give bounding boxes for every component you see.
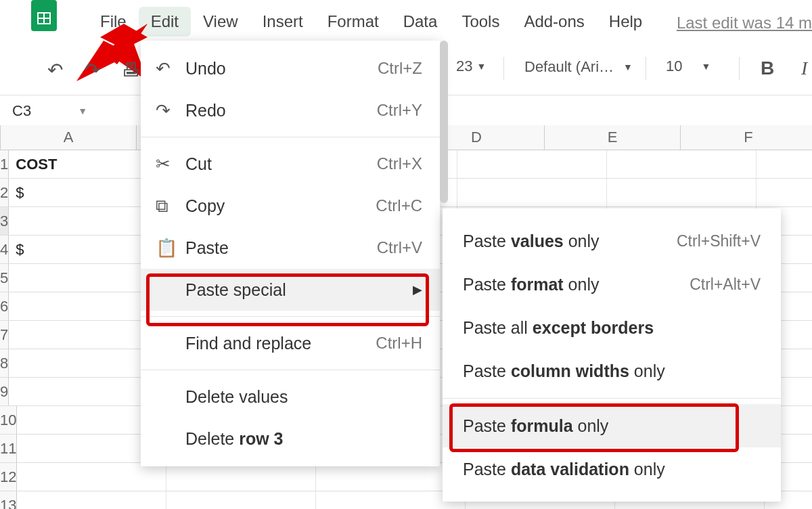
menu-item[interactable]: Delete row 3 [141,418,440,460]
cell[interactable] [9,321,158,349]
menu-item[interactable]: Delete values [141,376,440,418]
name-box[interactable]: C3 ▼ [0,95,97,126]
menu-item[interactable]: ⧉CopyCtrl+C [141,185,440,227]
cell[interactable] [17,491,166,509]
menubar: File Edit View Insert Format Data Tools … [88,7,654,37]
zoom-dropdown[interactable]: 23 ▼ [447,58,495,75]
copy-icon: ⧉ [156,196,185,217]
cell[interactable] [457,179,607,206]
menu-help[interactable]: Help [597,7,654,37]
chevron-down-icon: ▼ [623,62,633,72]
cell[interactable] [607,150,757,178]
row-header[interactable]: 4 [0,236,9,263]
menu-item-label: Delete row 3 [185,429,422,449]
submenu-item-label: Paste column widths only [463,361,761,381]
cell[interactable] [607,179,757,206]
submenu-item-shortcut: Ctrl+Shift+V [677,232,761,250]
menu-item-label: Undo [185,59,378,79]
font-dropdown[interactable]: Default (Ari… ▼ [514,58,643,76]
cell[interactable]: COST [9,150,158,178]
menu-item[interactable]: ↷RedoCtrl+Y [141,89,440,131]
submenu-item[interactable]: Paste format onlyCtrl+Alt+V [443,263,781,306]
cell[interactable] [457,150,607,178]
cut-icon: ✂ [156,154,185,175]
menu-data[interactable]: Data [391,7,450,37]
submenu-item[interactable]: Paste all except borders [443,306,781,349]
cell[interactable] [17,463,166,491]
toolbar-separator [739,57,740,80]
cell[interactable] [9,378,158,405]
redo-icon: ↷ [156,100,185,121]
cell[interactable] [757,150,812,178]
cell[interactable] [9,264,158,292]
submenu-item-label: Paste all except borders [463,318,761,338]
cell[interactable] [9,207,158,235]
menu-format[interactable]: Format [315,7,391,37]
cell[interactable] [166,491,316,509]
row-header[interactable]: 5 [0,264,9,292]
italic-button[interactable]: I [792,58,812,79]
menu-item[interactable]: Paste special▶ [141,269,440,311]
submenu-item-label: Paste values only [463,231,677,251]
chevron-right-icon: ▶ [413,282,422,297]
menu-addons[interactable]: Add-ons [512,7,596,37]
row-header[interactable]: 13 [0,491,17,509]
row-header[interactable]: 1 [0,150,9,178]
chevron-down-icon: ▼ [701,61,710,72]
menu-edit[interactable]: Edit [139,7,191,37]
print-icon[interactable]: 🖶 [122,61,141,80]
menu-item[interactable]: Find and replaceCtrl+H [141,322,440,364]
menu-insert[interactable]: Insert [250,7,315,37]
toolbar-separator [503,57,504,80]
menu-item-shortcut: Ctrl+Z [378,59,422,78]
submenu-item[interactable]: Paste column widths only [443,349,781,393]
menu-item[interactable]: ↶UndoCtrl+Z [141,47,440,89]
font-size-dropdown[interactable]: 10 ▼ [656,58,720,75]
row-header[interactable]: 3 [0,207,9,235]
bold-button[interactable]: B [751,58,784,79]
row-header[interactable]: 2 [0,179,9,206]
cell[interactable] [9,292,158,320]
submenu-item[interactable]: Paste values onlyCtrl+Shift+V [443,219,781,263]
cell[interactable]: $ [9,179,158,206]
menu-item-shortcut: Ctrl+Y [377,101,422,120]
row-header[interactable]: 6 [0,292,9,320]
menu-separator [443,398,781,399]
cell[interactable]: $ [9,236,158,263]
cell[interactable] [166,463,316,491]
row-header[interactable]: 8 [0,349,9,377]
zoom-value: 23 [456,58,472,75]
column-header[interactable]: A [1,125,137,150]
row-header[interactable]: 11 [0,435,17,462]
row-header[interactable]: 9 [0,378,9,405]
menu-item-label: Paste [185,238,377,258]
submenu-item[interactable]: Paste data validation only [443,447,781,491]
row-header[interactable]: 7 [0,321,9,349]
menu-separator [141,316,440,317]
column-header[interactable]: E [545,125,681,150]
chevron-down-icon: ▼ [476,61,486,72]
cell[interactable] [757,179,812,206]
menu-item[interactable]: 📋PasteCtrl+V [141,227,440,269]
menu-item-label: Cut [185,154,377,174]
sheets-logo[interactable] [31,0,57,31]
menu-item-label: Copy [185,196,376,216]
submenu-item[interactable]: Paste formula only [443,404,781,447]
menu-item-label: Find and replace [185,334,376,353]
undo-icon: ↶ [156,58,185,79]
menu-file[interactable]: File [88,7,139,37]
menu-item-label: Redo [185,101,377,120]
undo-icon[interactable]: ↶ [47,61,63,80]
column-header[interactable]: F [681,125,812,150]
scrollbar-thumb[interactable] [440,41,448,203]
chevron-down-icon: ▼ [78,106,87,116]
cell[interactable] [9,349,158,377]
row-header[interactable]: 12 [0,463,17,491]
menu-view[interactable]: View [191,7,250,37]
menu-tools[interactable]: Tools [449,7,512,37]
menu-item[interactable]: ✂CutCtrl+X [141,143,440,185]
paste-special-submenu: Paste values onlyCtrl+Shift+VPaste forma… [443,208,781,502]
redo-icon[interactable]: ↷ [85,61,100,80]
last-edit-link[interactable]: Last edit was 14 m [669,8,812,38]
row-header[interactable]: 10 [0,406,17,434]
